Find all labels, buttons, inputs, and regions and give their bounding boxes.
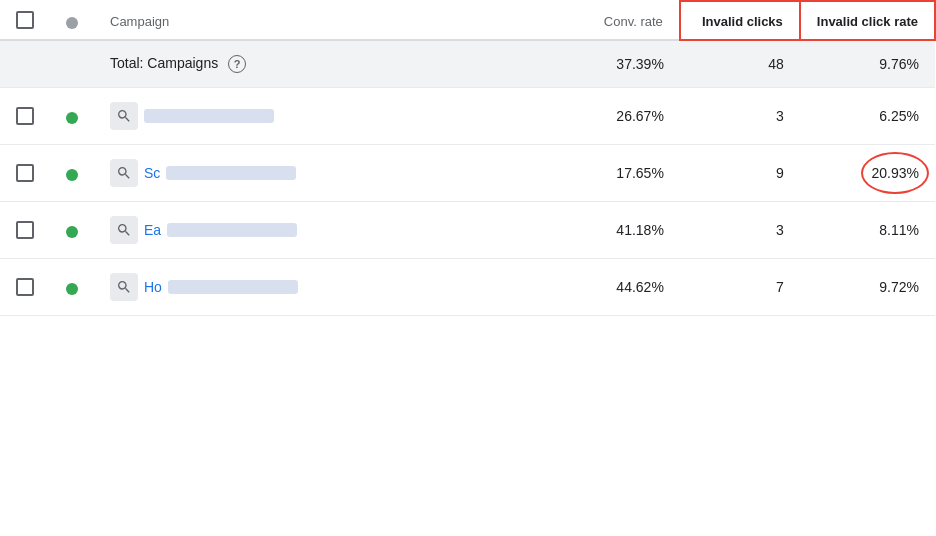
total-row: Total: Campaigns ? 37.39% 48 9.76% — [0, 40, 935, 88]
row-status-cell — [50, 202, 94, 259]
campaign-name-blurred — [167, 223, 297, 237]
total-label: Total: Campaigns — [110, 55, 218, 71]
campaign-search-icon-box[interactable] — [110, 159, 138, 187]
campaign-name-blurred — [144, 109, 274, 123]
total-invalid-clicks: 48 — [680, 40, 800, 88]
total-status-cell — [50, 40, 94, 88]
campaign-name-prefix[interactable]: Ho — [144, 279, 162, 295]
row-invalid-clicks: 3 — [680, 202, 800, 259]
select-all-checkbox[interactable] — [16, 11, 34, 29]
header-campaign-label: Campaign — [110, 14, 169, 29]
row-conv-rate: 44.62% — [570, 259, 680, 316]
table-row: Ea41.18%38.11% — [0, 202, 935, 259]
campaign-name-prefix[interactable]: Sc — [144, 165, 160, 181]
total-help-icon[interactable]: ? — [228, 55, 246, 73]
row-invalid-click-rate: 8.11% — [800, 202, 935, 259]
row-campaign-cell: Ho — [94, 259, 570, 316]
row-campaign-cell: Sc — [94, 145, 570, 202]
search-icon — [116, 279, 132, 295]
row-checkbox-cell — [0, 259, 50, 316]
campaign-name-blurred — [166, 166, 296, 180]
total-invalid-click-rate: 9.76% — [800, 40, 935, 88]
total-conv-rate: 37.39% — [570, 40, 680, 88]
row-checkbox[interactable] — [16, 278, 34, 296]
table-row: 26.67%36.25% — [0, 88, 935, 145]
campaign-search-icon-box[interactable] — [110, 273, 138, 301]
header-invalid-clicks-label: Invalid clicks — [702, 14, 783, 29]
campaign-search-icon-box[interactable] — [110, 102, 138, 130]
header-conv-rate-label: Conv. rate — [604, 14, 663, 29]
header-checkbox-cell — [0, 1, 50, 40]
row-invalid-clicks: 9 — [680, 145, 800, 202]
row-status-dot — [66, 226, 78, 238]
row-status-dot — [66, 112, 78, 124]
row-checkbox-cell — [0, 88, 50, 145]
row-status-cell — [50, 145, 94, 202]
row-checkbox[interactable] — [16, 164, 34, 182]
row-conv-rate: 26.67% — [570, 88, 680, 145]
row-status-cell — [50, 88, 94, 145]
campaigns-table-wrapper: Campaign Conv. rate Invalid clicks Inval… — [0, 0, 936, 316]
row-conv-rate: 41.18% — [570, 202, 680, 259]
header-invalid-click-rate-label: Invalid click rate — [817, 14, 918, 29]
row-status-dot — [66, 169, 78, 181]
campaigns-table: Campaign Conv. rate Invalid clicks Inval… — [0, 0, 936, 316]
table-row: Ho44.62%79.72% — [0, 259, 935, 316]
header-conv-rate: Conv. rate — [570, 1, 680, 40]
highlighted-rate-value: 20.93% — [872, 165, 919, 181]
search-icon — [116, 165, 132, 181]
header-invalid-click-rate: Invalid click rate — [800, 1, 935, 40]
header-status-cell — [50, 1, 94, 40]
row-checkbox-cell — [0, 145, 50, 202]
header-status-icon — [66, 17, 78, 29]
campaign-name-prefix[interactable]: Ea — [144, 222, 161, 238]
row-invalid-click-rate: 9.72% — [800, 259, 935, 316]
row-campaign-cell: Ea — [94, 202, 570, 259]
row-campaign-cell — [94, 88, 570, 145]
search-icon — [116, 108, 132, 124]
row-invalid-clicks: 3 — [680, 88, 800, 145]
row-status-dot — [66, 283, 78, 295]
header-campaign: Campaign — [94, 1, 570, 40]
row-invalid-clicks: 7 — [680, 259, 800, 316]
table-row: Sc17.65%920.93% — [0, 145, 935, 202]
total-label-cell: Total: Campaigns ? — [94, 40, 570, 88]
total-checkbox-cell — [0, 40, 50, 88]
row-status-cell — [50, 259, 94, 316]
row-checkbox-cell — [0, 202, 50, 259]
campaign-search-icon-box[interactable] — [110, 216, 138, 244]
header-invalid-clicks: Invalid clicks — [680, 1, 800, 40]
row-conv-rate: 17.65% — [570, 145, 680, 202]
row-checkbox[interactable] — [16, 221, 34, 239]
row-invalid-click-rate: 6.25% — [800, 88, 935, 145]
campaign-name-blurred — [168, 280, 298, 294]
row-invalid-click-rate: 20.93% — [800, 145, 935, 202]
row-checkbox[interactable] — [16, 107, 34, 125]
search-icon — [116, 222, 132, 238]
